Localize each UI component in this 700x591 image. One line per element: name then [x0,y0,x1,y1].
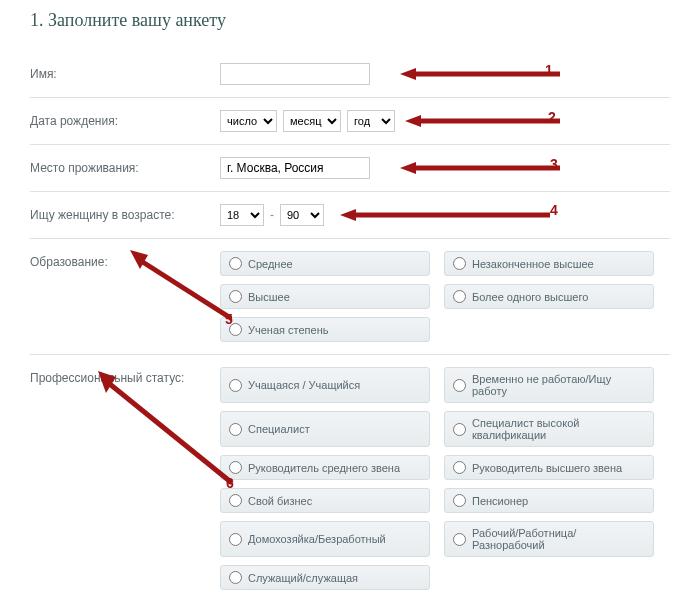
option-label: Рабочий/Работница/Разнорабочий [472,527,645,551]
prof-options: Учащаяся / УчащийсяВременно не работаю/И… [220,367,654,590]
prof-radio[interactable] [229,379,242,392]
callout-5: 5 [225,311,233,327]
name-input[interactable] [220,63,370,85]
svg-line-10 [106,381,232,483]
prof-option[interactable]: Руководитель высшего звена [444,455,654,480]
prof-radio[interactable] [453,379,466,392]
callout-6: 6 [226,475,234,491]
option-label: Учащаяся / Учащийся [248,379,360,391]
prof-radio[interactable] [229,423,242,436]
label-dob: Дата рождения: [30,110,220,128]
option-label: Руководитель высшего звена [472,462,622,474]
option-label: Свой бизнес [248,495,312,507]
row-education: Образование: СреднееНезаконченное высшее… [30,239,670,355]
option-label: Специалист высокой квалификации [472,417,645,441]
education-option[interactable]: Среднее [220,251,430,276]
education-radio[interactable] [229,257,242,270]
prof-radio[interactable] [229,461,242,474]
callout-4: 4 [550,202,558,218]
dob-month-select[interactable]: месяц [283,110,341,132]
callout-1: 1 [545,62,553,78]
option-label: Руководитель среднего звена [248,462,400,474]
prof-radio[interactable] [453,423,466,436]
prof-option[interactable]: Учащаяся / Учащийся [220,367,430,403]
prof-option[interactable]: Рабочий/Работница/Разнорабочий [444,521,654,557]
prof-option[interactable]: Свой бизнес [220,488,430,513]
option-label: Специалист [248,423,310,435]
option-label: Более одного высшего [472,291,588,303]
option-label: Пенсионер [472,495,528,507]
page-title: 1. Заполните вашу анкету [30,10,670,31]
education-option[interactable]: Высшее [220,284,430,309]
education-option[interactable]: Более одного высшего [444,284,654,309]
option-label: Служащий/служащая [248,572,358,584]
label-age-range: Ищу женщину в возрасте: [30,204,220,222]
education-option[interactable]: Незаконченное высшее [444,251,654,276]
prof-radio[interactable] [229,533,242,546]
dob-day-select[interactable]: число [220,110,277,132]
education-option[interactable]: Ученая степень [220,317,430,342]
callout-2: 2 [548,109,556,125]
age-separator: - [270,208,274,222]
dob-year-select[interactable]: год [347,110,395,132]
prof-radio[interactable] [453,533,466,546]
prof-radio[interactable] [229,494,242,507]
prof-option[interactable]: Временно не работаю/Ищу работу [444,367,654,403]
prof-radio[interactable] [453,494,466,507]
label-location: Место проживания: [30,157,220,175]
education-radio[interactable] [229,290,242,303]
prof-option[interactable]: Пенсионер [444,488,654,513]
option-label: Домохозяйка/Безработный [248,533,386,545]
row-dob: Дата рождения: число месяц год 2 [30,98,670,145]
option-label: Высшее [248,291,290,303]
prof-radio[interactable] [453,461,466,474]
prof-option[interactable]: Домохозяйка/Безработный [220,521,430,557]
education-options: СреднееНезаконченное высшееВысшееБолее о… [220,251,654,342]
prof-radio[interactable] [229,571,242,584]
option-label: Ученая степень [248,324,328,336]
row-age-range: Ищу женщину в возрасте: 18 - 90 4 [30,192,670,239]
prof-option[interactable]: Служащий/служащая [220,565,430,590]
education-radio[interactable] [453,290,466,303]
prof-option[interactable]: Специалист [220,411,430,447]
education-radio[interactable] [453,257,466,270]
row-location: Место проживания: 3 [30,145,670,192]
age-from-select[interactable]: 18 [220,204,264,226]
row-name: Имя: 1 [30,51,670,98]
label-prof-status: Профессиональный статус: [30,367,220,385]
label-name: Имя: [30,63,220,81]
age-to-select[interactable]: 90 [280,204,324,226]
option-label: Незаконченное высшее [472,258,594,270]
prof-option[interactable]: Руководитель среднего звена [220,455,430,480]
prof-option[interactable]: Специалист высокой квалификации [444,411,654,447]
row-prof-status: Профессиональный статус: Учащаяся / Учащ… [30,355,670,591]
callout-3: 3 [550,156,558,172]
option-label: Временно не работаю/Ищу работу [472,373,645,397]
label-education: Образование: [30,251,220,269]
option-label: Среднее [248,258,293,270]
location-input[interactable] [220,157,370,179]
